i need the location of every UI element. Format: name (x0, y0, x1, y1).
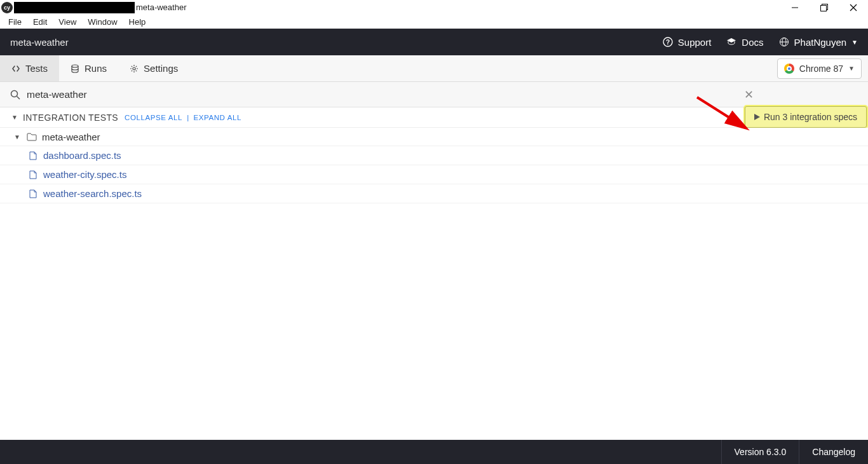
globe-icon (779, 37, 789, 47)
svg-point-12 (11, 90, 18, 97)
play-icon (754, 114, 760, 120)
folder-arrow-icon: ▼ (14, 133, 20, 140)
tab-tests[interactable]: Tests (0, 55, 59, 81)
svg-point-11 (133, 67, 135, 70)
docs-link[interactable]: Docs (726, 37, 763, 48)
spec-file-name: weather-search.spec.ts (43, 188, 142, 199)
menu-help[interactable]: Help (123, 16, 152, 28)
support-link[interactable]: ? Support (663, 37, 712, 48)
svg-text:?: ? (666, 39, 670, 46)
user-menu[interactable]: PhatNguyen ▼ (779, 37, 858, 48)
database-icon (71, 64, 79, 73)
tab-settings[interactable]: Settings (118, 55, 189, 81)
docs-label: Docs (742, 37, 763, 48)
caret-down-icon: ▼ (848, 65, 855, 72)
project-name: meta-weather (10, 37, 69, 48)
graduation-cap-icon (726, 37, 736, 47)
project-topbar: meta-weather ? Support Docs PhatNguyen ▼ (0, 29, 868, 55)
tab-tests-label: Tests (25, 63, 48, 74)
redacted-path (14, 2, 135, 13)
link-separator: | (187, 114, 189, 121)
browser-selector[interactable]: Chrome 87 ▼ (777, 58, 862, 79)
search-row: ✕ (0, 82, 868, 107)
menu-edit[interactable]: Edit (27, 16, 53, 28)
expand-all-link[interactable]: EXPAND ALL (193, 114, 241, 121)
run-specs-button[interactable]: Run 3 integration specs (745, 106, 867, 128)
clear-search-icon[interactable]: ✕ (744, 88, 754, 102)
window-titlebar: cy meta-weather (0, 0, 868, 15)
svg-rect-2 (821, 5, 827, 11)
spec-file-name: dashboard.spec.ts (43, 150, 121, 161)
user-name: PhatNguyen (794, 37, 847, 48)
spec-file-row[interactable]: dashboard.spec.ts (0, 146, 868, 165)
spec-tree: ▼ meta-weather dashboard.spec.ts weather… (0, 128, 868, 440)
folder-name: meta-weather (42, 132, 100, 142)
tab-runs[interactable]: Runs (59, 55, 118, 81)
spec-file-row[interactable]: weather-search.spec.ts (0, 184, 868, 203)
question-circle-icon: ? (663, 37, 673, 47)
version-button[interactable]: Version 6.3.0 (721, 440, 799, 464)
footer-bar: Version 6.3.0 Changelog (0, 440, 868, 464)
menu-window[interactable]: Window (82, 16, 123, 28)
collapse-arrow-icon[interactable]: ▼ (11, 114, 18, 121)
close-button[interactable] (839, 0, 868, 15)
file-icon (29, 170, 37, 179)
tab-runs-label: Runs (85, 63, 107, 74)
nav-row: Tests Runs Settings Chrome 87 ▼ (0, 55, 868, 82)
file-icon (29, 189, 37, 198)
search-icon (10, 90, 20, 100)
menu-file[interactable]: File (3, 16, 27, 28)
svg-point-10 (72, 65, 78, 67)
menu-view[interactable]: View (53, 16, 82, 28)
run-specs-label: Run 3 integration specs (764, 112, 857, 122)
support-label: Support (678, 37, 712, 48)
spec-file-row[interactable]: weather-city.spec.ts (0, 165, 868, 184)
chrome-icon (784, 64, 794, 74)
svg-line-13 (17, 96, 20, 99)
folder-row[interactable]: ▼ meta-weather (0, 128, 868, 146)
changelog-button[interactable]: Changelog (799, 440, 868, 464)
tab-settings-label: Settings (144, 63, 178, 74)
section-title: INTEGRATION TESTS (23, 113, 118, 123)
cypress-logo-icon: cy (1, 2, 13, 13)
window-title: meta-weather (136, 3, 186, 12)
menu-bar: File Edit View Window Help (0, 15, 868, 29)
window-controls (780, 0, 868, 15)
minimize-button[interactable] (780, 0, 810, 15)
browser-label: Chrome 87 (799, 64, 843, 74)
caret-down-icon: ▼ (851, 39, 858, 46)
code-icon (11, 64, 20, 73)
search-input[interactable] (27, 89, 858, 100)
folder-icon (27, 132, 37, 141)
gear-icon (130, 64, 139, 73)
spec-file-name: weather-city.spec.ts (43, 169, 126, 180)
file-icon (29, 151, 37, 160)
collapse-all-link[interactable]: COLLAPSE ALL (125, 114, 182, 121)
maximize-button[interactable] (810, 0, 839, 15)
integration-tests-section: ▼ INTEGRATION TESTS COLLAPSE ALL | EXPAN… (0, 107, 868, 128)
